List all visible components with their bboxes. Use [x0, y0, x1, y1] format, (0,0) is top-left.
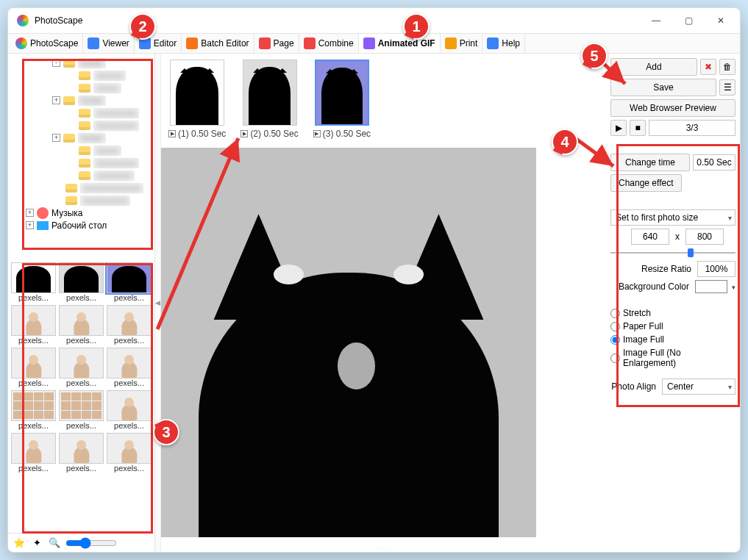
expand-icon[interactable]: + — [52, 96, 60, 104]
thumbnail[interactable]: pexels... — [59, 390, 104, 430]
expand-icon[interactable]: - — [52, 59, 60, 67]
tree-item[interactable]: xxxxxxxxx — [13, 107, 150, 119]
combine-icon — [304, 37, 316, 49]
resize-grip[interactable]: ::::: — [161, 545, 606, 552]
web-preview-button[interactable]: Web Browser Preview — [610, 99, 735, 117]
expand-icon[interactable]: + — [26, 209, 34, 217]
time-value[interactable]: 0.50 Sec — [693, 154, 735, 170]
thumbnail-panel: pexels...pexels...pexels...pexels...pexe… — [8, 259, 154, 533]
frame-2[interactable]: ▶(2) 0.50 Sec — [241, 60, 298, 142]
tree-item[interactable]: xxxxxxxxxxxxx — [13, 182, 150, 194]
tab-help[interactable]: Help — [482, 34, 525, 53]
radio-paper-full[interactable]: Paper Full — [610, 321, 735, 331]
folder-icon — [37, 207, 49, 219]
folder-icon — [65, 184, 77, 193]
x-label: x — [672, 231, 683, 242]
thumbnail[interactable]: pexels... — [107, 390, 152, 430]
app-logo-icon — [17, 15, 29, 26]
photo-align-label: Photo Align — [610, 381, 659, 392]
change-time-button[interactable]: Change time — [610, 154, 690, 171]
close-button[interactable]: ✕ — [705, 10, 737, 31]
folder-tree[interactable]: -folderxxxxxxxxxxx+folderxxxxxxxxxxxxxxx… — [8, 54, 154, 259]
play-button[interactable]: ▶ — [610, 120, 627, 136]
search-small-button[interactable]: 🔍 — [48, 536, 61, 550]
thumbnail[interactable]: pexels... — [11, 348, 56, 387]
thumbnail[interactable]: pexels... — [59, 305, 104, 345]
play-icon: ▶ — [313, 130, 321, 137]
folder-icon — [79, 109, 90, 118]
tree-item[interactable]: +Музыка — [13, 207, 150, 219]
thumbnail[interactable]: pexels... — [11, 305, 56, 345]
trash-button[interactable]: 🗑 — [719, 59, 735, 75]
tree-item[interactable]: +folder — [13, 94, 150, 107]
thumbnail[interactable]: pexels... — [107, 305, 152, 345]
minimize-button[interactable]: — — [640, 10, 672, 31]
tree-item[interactable]: xxxxx — [13, 82, 150, 94]
radio-stretch[interactable]: Stretch — [610, 308, 735, 318]
expand-icon[interactable]: + — [26, 221, 34, 229]
height-field[interactable]: 800 — [685, 229, 724, 245]
stop-button[interactable]: ■ — [630, 120, 646, 136]
anigif-icon — [363, 37, 375, 49]
settings-small-button[interactable]: ✦ — [30, 536, 43, 550]
tab-print[interactable]: Print — [441, 34, 483, 53]
tree-item[interactable]: +folder — [13, 132, 150, 144]
size-mode-label: Set to first photo size — [616, 212, 698, 223]
tab-photoscape[interactable]: PhotoScape — [11, 34, 83, 53]
tree-item[interactable]: xxxxxxxxx — [13, 157, 150, 169]
tab-page[interactable]: Page — [254, 34, 299, 53]
size-mode-select[interactable]: Set to first photo size — [610, 209, 735, 226]
folder-icon — [79, 146, 90, 155]
right-pane: Add ✖ 🗑 Save ☰ Web Browser Preview ▶ ■ 3… — [606, 54, 740, 552]
photo-align-select[interactable]: Center — [662, 378, 735, 395]
folder-icon — [65, 196, 77, 205]
page-icon — [259, 37, 271, 49]
frame-1[interactable]: ▶(1) 0.50 Sec — [168, 60, 226, 142]
change-effect-button[interactable]: Change effect — [610, 174, 682, 192]
splitter[interactable]: ◀ — [155, 54, 161, 552]
radio-image-full[interactable]: Image Full — [610, 334, 735, 345]
titlebar[interactable]: PhotoScape — ▢ ✕ — [8, 8, 740, 33]
maximize-button[interactable]: ▢ — [672, 10, 705, 31]
tab-combine[interactable]: Combine — [299, 34, 359, 53]
frame-row[interactable]: ▶(1) 0.50 Sec▶(2) 0.50 Sec▶(3) 0.50 Sec — [161, 54, 606, 148]
thumbnail[interactable]: pexels... — [107, 262, 152, 302]
folder-icon — [79, 121, 90, 130]
tree-item[interactable]: -folder — [13, 57, 150, 69]
tree-item[interactable]: xxxxxxxx — [13, 169, 150, 182]
resize-slider[interactable] — [610, 248, 735, 258]
thumbnail[interactable]: pexels... — [11, 262, 56, 302]
save-button[interactable]: Save — [610, 79, 716, 96]
tree-item[interactable]: xxxxxxxxx — [13, 119, 150, 132]
tree-item[interactable]: xxxxxx — [13, 69, 150, 82]
add-button[interactable]: Add — [610, 58, 697, 76]
tree-item[interactable]: xxxxx — [13, 144, 150, 157]
tree-item[interactable]: +Рабочий стол — [13, 219, 150, 231]
width-field[interactable]: 640 — [631, 229, 669, 245]
thumbnail[interactable]: pexels... — [59, 262, 104, 302]
bgcolor-swatch[interactable] — [695, 280, 727, 293]
thumb-size-slider[interactable] — [65, 537, 117, 549]
frame-3[interactable]: ▶(3) 0.50 Sec — [313, 60, 371, 142]
thumbnail[interactable]: pexels... — [11, 433, 56, 473]
thumbnail[interactable]: pexels... — [59, 433, 104, 473]
thumbnail-grid[interactable]: pexels...pexels...pexels...pexels...pexe… — [11, 262, 152, 533]
left-pane: -folderxxxxxxxxxxx+folderxxxxxxxxxxxxxxx… — [8, 54, 155, 552]
expand-icon[interactable]: + — [52, 134, 60, 142]
options-button[interactable]: ☰ — [719, 79, 735, 96]
bgcolor-dropdown-icon[interactable] — [730, 281, 735, 292]
photoscape-icon — [15, 37, 27, 49]
thumbnail[interactable]: pexels... — [107, 433, 152, 473]
resize-ratio-value[interactable]: 100% — [697, 261, 735, 277]
folder-icon — [79, 71, 90, 80]
radio-image-full-noenlarge[interactable]: Image Full (No Enlargement) — [610, 348, 735, 368]
delete-button[interactable]: ✖ — [700, 59, 716, 75]
tab-batch[interactable]: Batch Editor — [182, 34, 254, 53]
thumbnail[interactable]: pexels... — [107, 348, 152, 387]
favorite-button[interactable]: ⭐ — [13, 536, 26, 550]
tree-item[interactable]: xxxxxxxxxx — [13, 194, 150, 207]
preview-area — [161, 148, 606, 545]
thumbnail[interactable]: pexels... — [11, 390, 56, 430]
callout-5: 5 — [581, 43, 608, 69]
thumbnail[interactable]: pexels... — [59, 348, 104, 387]
